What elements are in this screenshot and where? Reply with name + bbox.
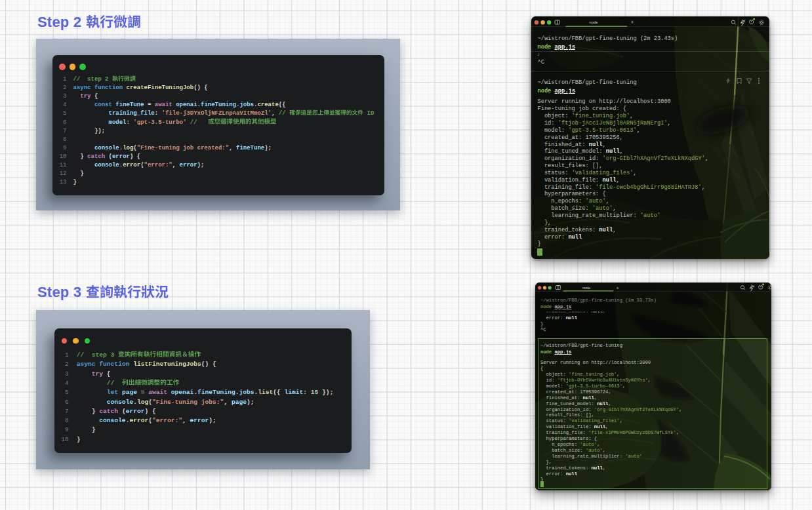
- svg-text:+: +: [616, 284, 619, 290]
- svg-text:+: +: [630, 18, 634, 25]
- svg-text:node: node: [582, 286, 590, 290]
- svg-text:node: node: [589, 20, 598, 24]
